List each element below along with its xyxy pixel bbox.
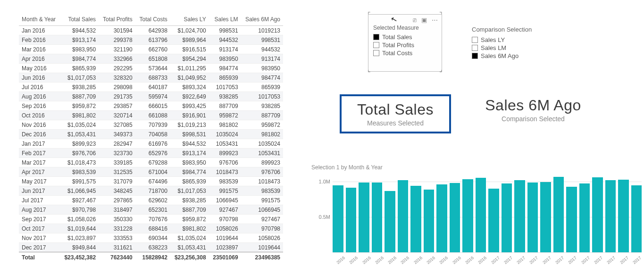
table-row[interactable]: Apr 2017$983,539312535671004$984,7741018… [19, 167, 283, 177]
chart-bar[interactable] [566, 187, 577, 252]
chart-bar[interactable] [631, 185, 642, 252]
table-row[interactable]: Jul 2017$927,467297865629602$938,2851066… [19, 196, 283, 205]
checkbox-icon [472, 53, 478, 59]
chart-bar[interactable] [462, 179, 473, 252]
table-row[interactable]: Jun 2017$1,066,945348245718700$1,017,053… [19, 186, 283, 196]
chart-bar[interactable] [553, 177, 564, 252]
table-row[interactable]: Sep 2017$1,058,026350330707676$959,87297… [19, 215, 283, 224]
slicer-option[interactable]: Sales 6M Ago [472, 52, 561, 60]
checkbox-icon [472, 45, 478, 51]
column-header[interactable]: Total Profits [99, 14, 135, 26]
table-row[interactable]: Dec 2016$1,053,431349373704058$998,53110… [19, 130, 283, 139]
more-options-icon[interactable]: ⋯ [432, 17, 438, 24]
slicer-option[interactable]: Total Costs [373, 49, 437, 57]
column-header[interactable]: Sales LM [209, 14, 241, 26]
table-row[interactable]: Nov 2017$1,023,897333553690344$1,035,024… [19, 233, 283, 243]
table-row[interactable]: May 2016$865,939292295573644$1,011,29598… [19, 64, 283, 73]
chart-bar[interactable] [410, 186, 421, 252]
table-row[interactable]: Aug 2016$887,709291735595974$922,6499382… [19, 92, 283, 101]
chart-bar[interactable] [436, 184, 447, 252]
y-axis-tick: 0.5M [311, 214, 330, 220]
data-table[interactable]: Month & YearTotal SalesTotal ProfitsTota… [19, 14, 283, 262]
chart-bar[interactable] [579, 183, 590, 252]
slicer-option[interactable]: Sales LY [472, 36, 561, 44]
chart-bar[interactable] [385, 191, 395, 252]
table-row[interactable]: Aug 2017$970,798318497652301$887,7099274… [19, 205, 283, 215]
total-cell: 23501069 [209, 252, 241, 262]
total-cell: 7623440 [99, 252, 135, 262]
measures-selected-card[interactable]: Total Sales Measures Selected [340, 94, 451, 133]
chart-bar[interactable] [346, 188, 357, 252]
chart-title: Selection 1 by Month & Year [311, 164, 383, 171]
selection-handle[interactable]: ⌞ [368, 66, 371, 73]
chart-bar[interactable] [592, 177, 603, 252]
column-header[interactable]: Month & Year [19, 14, 60, 26]
card-value: Sales 6M Ago [472, 97, 594, 114]
comparison-selection-slicer[interactable]: Comparison Selection Sales LYSales LMSal… [472, 26, 561, 60]
chart-bar[interactable] [618, 180, 629, 252]
chart-bar[interactable] [514, 180, 525, 252]
total-cell: Total [19, 252, 60, 262]
chart-bar[interactable] [424, 190, 435, 252]
table-row[interactable]: Apr 2016$984,774332966651808$954,2949839… [19, 54, 283, 64]
checkbox-icon [373, 34, 379, 40]
checkbox-icon [373, 50, 379, 56]
slicer-option[interactable]: Total Profits [373, 41, 437, 49]
clear-filter-icon[interactable]: ⎚ [413, 17, 417, 24]
chart-bar[interactable] [372, 183, 383, 252]
table-row[interactable]: Oct 2016$981,802320714661088$916,9019598… [19, 111, 283, 120]
table-row[interactable]: Jun 2016$1,017,053328320688733$1,049,952… [19, 73, 283, 83]
total-cell: $23,256,308 [170, 252, 209, 262]
checkbox-icon [373, 42, 379, 48]
chart-bar[interactable] [488, 189, 499, 252]
bar-chart[interactable]: 0.5M1.0M 2016201620162016201620162016201… [311, 174, 642, 269]
card-label: Comparison Selected [472, 115, 594, 123]
table-row[interactable]: May 2017$991,575317079674496$865,9399835… [19, 177, 283, 186]
table-row[interactable]: Mar 2017$1,018,473339185679288$983,95097… [19, 158, 283, 167]
table-row[interactable]: Oct 2017$1,019,644331228688416$981,80210… [19, 224, 283, 233]
table-row[interactable]: Feb 2016$913,174299378613796$989,9649445… [19, 35, 283, 45]
column-header[interactable]: Sales LY [170, 14, 209, 26]
selection-handle[interactable]: ⌜ [368, 11, 371, 18]
card-label: Measures Selected [343, 119, 447, 127]
table-row[interactable]: Dec 2017$949,844311621638223$1,053,43110… [19, 243, 283, 252]
chart-bar[interactable] [540, 182, 551, 252]
chart-bar[interactable] [605, 180, 616, 252]
slicer-title: Comparison Selection [472, 26, 561, 33]
table-row[interactable]: Nov 2016$1,035,024327085707939$1,019,213… [19, 120, 283, 130]
selected-measure-slicer[interactable]: ⌜ ⌝ ⌞ ⌟ ⎚ ▣ ⋯ Selected Measure Total Sal… [368, 14, 442, 72]
card-value: Total Sales [343, 101, 447, 118]
table-row[interactable]: Mar 2016$983,950321190662760$916,5159131… [19, 45, 283, 54]
checkbox-icon [472, 37, 478, 43]
total-cell: $23,452,382 [60, 252, 99, 262]
focus-mode-icon[interactable]: ▣ [421, 17, 427, 24]
chart-bar[interactable] [398, 180, 409, 252]
column-header[interactable]: Total Costs [135, 14, 170, 26]
table-row[interactable]: Jan 2017$899,923282947616976$944,5321053… [19, 139, 283, 149]
table-row[interactable]: Sep 2016$959,872293857666015$993,4258877… [19, 101, 283, 111]
total-cell: 23496385 [241, 252, 283, 262]
total-cell: 15828942 [135, 252, 170, 262]
table-row[interactable]: Feb 2017$976,706323730652976$913,1748999… [19, 149, 283, 158]
chart-bar[interactable] [502, 183, 512, 253]
chart-bar[interactable] [450, 183, 460, 252]
selection-handle[interactable]: ⌟ [439, 66, 443, 73]
column-header[interactable]: Sales 6M Ago [241, 14, 283, 26]
slicer-title: Selected Measure [368, 24, 442, 33]
table-row[interactable]: Jul 2016$938,285298098640187$893,3241017… [19, 83, 283, 92]
selection-handle[interactable]: ⌝ [439, 11, 443, 18]
chart-bar[interactable] [527, 183, 538, 252]
comparison-selected-card[interactable]: Sales 6M Ago Comparison Selected [472, 97, 594, 123]
table-row[interactable]: Jan 2016$944,532301594642938$1,024,70099… [19, 26, 283, 35]
y-axis-tick: 1.0M [311, 179, 330, 184]
slicer-option[interactable]: Total Sales [373, 33, 437, 41]
chart-bar[interactable] [333, 185, 343, 252]
column-header[interactable]: Total Sales [60, 14, 99, 26]
chart-bar[interactable] [476, 178, 486, 252]
slicer-option[interactable]: Sales LM [472, 44, 561, 52]
chart-bar[interactable] [359, 183, 369, 252]
